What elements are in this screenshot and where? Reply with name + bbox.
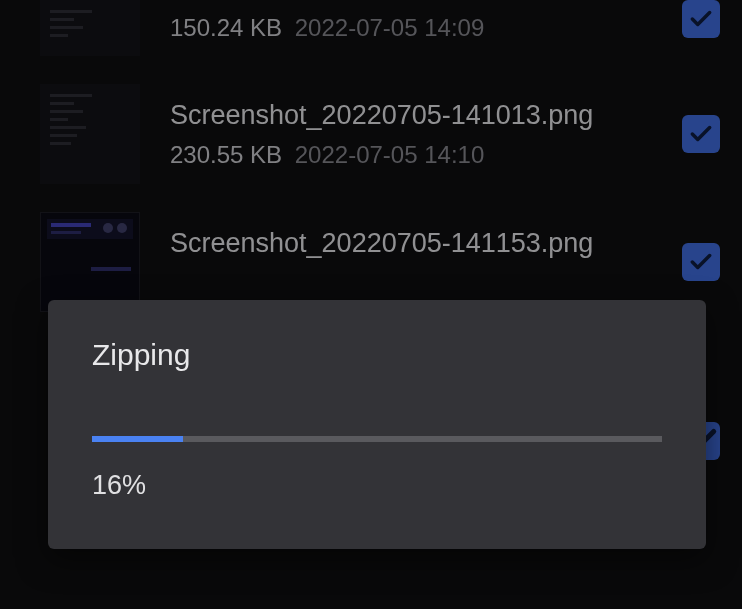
dialog-title: Zipping [92,338,662,372]
progress-fill [92,436,183,442]
progress-percent: 16% [92,470,662,501]
zipping-dialog: Zipping 16% [48,300,706,549]
progress-bar [92,436,662,442]
